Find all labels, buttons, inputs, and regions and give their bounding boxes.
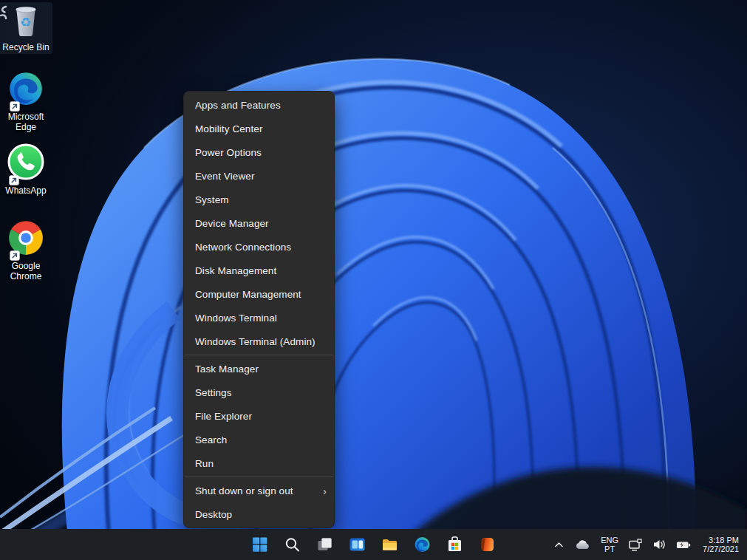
menu-item-label: Settings — [195, 387, 232, 398]
battery-charging-icon — [676, 540, 692, 550]
menu-item-system[interactable]: System — [184, 188, 334, 211]
language-code: ENG — [601, 536, 618, 545]
menu-item-file-explorer[interactable]: File Explorer — [184, 404, 334, 428]
desktop-icon-google-chrome[interactable]: GoogleChrome — [0, 219, 52, 281]
menu-item-label: File Explorer — [195, 411, 252, 422]
clock-time: 3:18 PM — [709, 536, 739, 545]
speaker-icon — [652, 539, 666, 550]
cloud-icon — [574, 539, 591, 550]
desktop-screen: ♻ Recycle Bin MicrosoftEdge — [0, 0, 747, 560]
menu-item-label: Event Viewer — [195, 171, 255, 182]
keyboard-layout: PT — [604, 544, 615, 554]
shortcut-arrow-badge — [10, 101, 20, 112]
menu-separator — [185, 355, 333, 355]
widgets-icon — [349, 536, 366, 553]
menu-item-label: Network Connections — [195, 242, 291, 253]
whatsapp-icon — [7, 143, 45, 184]
menu-item-label: Mobility Center — [195, 123, 263, 134]
start-button[interactable] — [250, 532, 269, 557]
taskbar-center-icons — [250, 529, 497, 560]
desktop-icon-label: GoogleChrome — [10, 262, 42, 281]
menu-item-power-options[interactable]: Power Options — [184, 140, 334, 164]
menu-item-label: Device Manager — [195, 218, 269, 229]
menu-item-windows-terminal-admin[interactable]: Windows Terminal (Admin) — [184, 329, 334, 353]
task-view-button[interactable] — [315, 532, 334, 557]
menu-item-mobility-center[interactable]: Mobility Center — [184, 117, 334, 140]
search-icon — [284, 536, 301, 553]
clock[interactable]: 3:18 PM 7/27/2021 — [701, 532, 740, 557]
chrome-icon — [7, 219, 44, 259]
winx-context-menu: Apps and FeaturesMobility CenterPower Op… — [183, 91, 335, 528]
menu-item-apps-and-features[interactable]: Apps and Features — [184, 93, 334, 117]
menu-item-label: Search — [195, 434, 227, 445]
clock-date: 7/27/2021 — [703, 544, 739, 554]
volume-button[interactable] — [651, 532, 668, 557]
menu-item-label: Disk Management — [195, 265, 276, 276]
file-explorer-button[interactable] — [381, 532, 399, 557]
menu-item-label: Windows Terminal (Admin) — [195, 336, 315, 347]
menu-item-label: Run — [195, 458, 214, 469]
menu-item-label: Desktop — [195, 509, 232, 520]
edge-icon — [414, 536, 432, 553]
menu-item-disk-management[interactable]: Disk Management — [184, 259, 334, 282]
desktop-icon-label: WhatsApp — [5, 186, 46, 197]
menu-item-label: Apps and Features — [195, 100, 281, 111]
desktop-icon-recycle-bin[interactable]: ♻ Recycle Bin — [0, 2, 52, 53]
menu-item-label: Task Manager — [195, 363, 259, 375]
menu-item-device-manager[interactable]: Device Manager — [184, 211, 334, 235]
icon-selection-highlight — [0, 2, 52, 54]
menu-item-label: Windows Terminal — [195, 313, 277, 324]
desktop-icon-microsoft-edge[interactable]: MicrosoftEdge — [0, 70, 52, 132]
menu-item-shut-down-or-sign-out[interactable]: Shut down or sign out› — [184, 479, 334, 502]
menu-item-network-connections[interactable]: Network Connections — [184, 235, 334, 259]
menu-item-label: Power Options — [195, 147, 262, 158]
language-indicator[interactable]: ENG PT — [599, 532, 620, 557]
desktop-icon-whatsapp[interactable]: WhatsApp — [0, 143, 52, 197]
menu-item-label: System — [195, 194, 229, 205]
menu-item-windows-terminal[interactable]: Windows Terminal — [184, 306, 334, 329]
menu-item-search[interactable]: Search — [184, 428, 334, 451]
shortcut-arrow-badge — [9, 175, 19, 185]
menu-separator — [185, 477, 333, 477]
ethernet-network-icon — [628, 539, 643, 551]
start-icon — [251, 536, 269, 553]
menu-item-desktop[interactable]: Desktop — [184, 502, 334, 526]
chevron-up-icon — [553, 540, 564, 550]
menu-item-computer-management[interactable]: Computer Management — [184, 282, 334, 306]
menu-item-task-manager[interactable]: Task Manager — [184, 357, 334, 380]
edge-button[interactable] — [413, 532, 432, 557]
office-icon — [479, 536, 497, 553]
desktop-icon-label: MicrosoftEdge — [8, 112, 44, 132]
office-button[interactable] — [478, 532, 497, 557]
battery-button[interactable] — [675, 532, 693, 557]
shortcut-arrow-badge — [10, 250, 20, 261]
taskbar: ENG PT — [0, 529, 747, 560]
edge-icon — [7, 70, 44, 110]
widgets-button[interactable] — [348, 532, 366, 557]
menu-item-event-viewer[interactable]: Event Viewer — [184, 164, 334, 188]
menu-item-label: Computer Management — [195, 289, 301, 300]
tray-overflow-button[interactable] — [552, 532, 566, 557]
task-view-icon — [316, 536, 334, 553]
menu-item-settings[interactable]: Settings — [184, 380, 334, 404]
search-button[interactable] — [283, 532, 301, 557]
wallpaper-bloom — [0, 0, 747, 560]
microsoft-store-icon — [446, 536, 464, 553]
menu-item-run[interactable]: Run — [184, 451, 334, 475]
microsoft-store-button[interactable] — [446, 532, 464, 557]
menu-item-label: Shut down or sign out — [195, 485, 293, 496]
onedrive-button[interactable] — [573, 532, 593, 557]
file-explorer-icon — [381, 536, 399, 553]
network-button[interactable] — [627, 532, 644, 557]
system-tray: ENG PT — [552, 529, 743, 560]
chevron-right-icon: › — [323, 485, 327, 497]
